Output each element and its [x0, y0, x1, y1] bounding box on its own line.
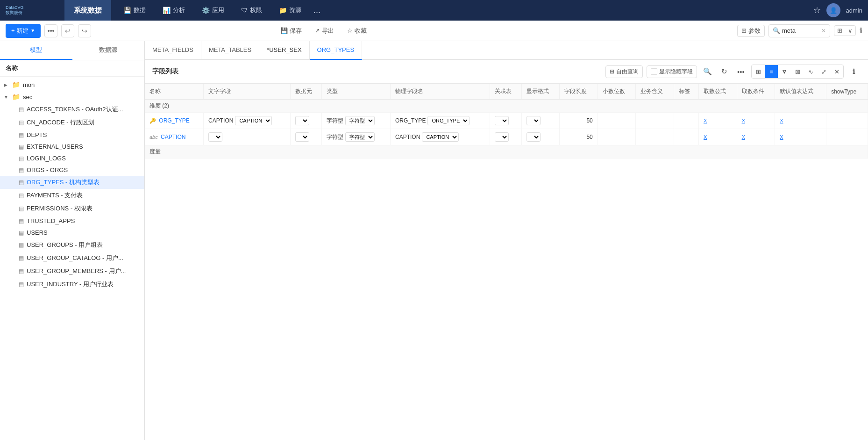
table-icon: ▤: [19, 155, 24, 162]
tab-org-types[interactable]: ORG_TYPES: [310, 41, 362, 60]
tab-meta-tables[interactable]: META_TABLES: [201, 41, 259, 60]
view-list-button[interactable]: ≡: [765, 65, 778, 78]
layout-grid-button[interactable]: ⊞: [834, 26, 845, 36]
tab-model[interactable]: 模型: [0, 41, 72, 60]
col-display-format: 显示格式: [521, 84, 560, 100]
favorite-action[interactable]: ☆ 收藏: [343, 25, 370, 37]
display-format-select[interactable]: [526, 116, 541, 125]
view-chart-button[interactable]: ∿: [804, 65, 817, 78]
info-icon-btn[interactable]: ℹ: [847, 65, 861, 78]
tree-item-sec[interactable]: ▼ 📁 sec: [0, 91, 144, 103]
table-icon: ▤: [19, 167, 24, 173]
view-grid-button[interactable]: ⊞: [752, 65, 765, 78]
nav-permissions[interactable]: 🛡 权限: [233, 0, 270, 21]
text-field-select[interactable]: CAPTION: [235, 116, 272, 125]
favorite-icon[interactable]: ☆: [813, 5, 821, 15]
list-item[interactable]: ▤ USERS: [0, 227, 144, 238]
export-label: 导出: [322, 27, 334, 35]
nav-apps[interactable]: ⚙️ 应用: [193, 0, 233, 21]
condition-link[interactable]: X: [742, 134, 745, 140]
field-name-link[interactable]: CAPTION: [161, 134, 185, 140]
list-item[interactable]: ▤ CN_ADCODE - 行政区划: [0, 116, 144, 129]
tab-meta-fields[interactable]: META_FIELDS: [145, 41, 201, 60]
col-type: 类型: [322, 84, 391, 100]
new-button[interactable]: + 新建 ▼: [6, 24, 41, 38]
list-item-org-types[interactable]: ▤ ORG_TYPES - 机构类型表: [0, 176, 144, 189]
toolbar: + 新建 ▼ ••• ↩ ↪ 💾 保存 ↗ 导出 ☆ 收藏 ⊞ 参数 🔍 ✕ ⊞: [0, 21, 868, 41]
view-close-button[interactable]: ✕: [830, 65, 843, 78]
params-button[interactable]: ⊞ 参数: [737, 25, 765, 37]
data-element-select[interactable]: [295, 132, 309, 142]
nav-resources-label: 资源: [289, 6, 301, 14]
data-element-select[interactable]: [295, 116, 309, 125]
layout-chevron-button[interactable]: ∨: [845, 26, 855, 36]
view-tree-button[interactable]: ⛛: [778, 65, 791, 78]
left-panel-header: 名称: [0, 60, 144, 77]
list-item[interactable]: ▤ USER_INDUSTRY - 用户行业表: [0, 278, 144, 291]
more-icon-btn[interactable]: •••: [734, 65, 747, 78]
show-hidden-button[interactable]: 显示隐藏字段: [647, 65, 697, 78]
nav-more[interactable]: ...: [310, 6, 324, 15]
right-panel: META_FIELDS META_TABLES *USER_SEX ORG_TY…: [145, 41, 868, 440]
tab-datasource[interactable]: 数据源: [72, 41, 145, 60]
list-item[interactable]: ▤ PERMISSIONS - 权限表: [0, 202, 144, 215]
condition-link[interactable]: X: [742, 118, 745, 123]
list-item[interactable]: ▤ EXTERNAL_USERS: [0, 141, 144, 152]
type-select[interactable]: 字符型: [345, 116, 375, 125]
default-link[interactable]: X: [780, 118, 783, 123]
display-format-select[interactable]: [526, 132, 541, 142]
list-item[interactable]: ▤ PAYMENTS - 支付表: [0, 189, 144, 202]
sec-expand-icon: ▼: [4, 94, 9, 100]
text-field-select[interactable]: [208, 132, 222, 142]
show-hidden-checkbox[interactable]: [651, 68, 657, 75]
list-item[interactable]: ▤ DEPTS: [0, 129, 144, 141]
col-text-field: 文字字段: [204, 84, 291, 100]
nav-analysis[interactable]: 📊 分析: [154, 0, 193, 21]
more-options-button[interactable]: •••: [44, 24, 57, 37]
redo-button[interactable]: ↪: [78, 24, 91, 37]
view-card-button[interactable]: ⊠: [791, 65, 804, 78]
type-select[interactable]: 字符型: [345, 132, 375, 142]
related-table-select[interactable]: [495, 116, 509, 125]
free-query-button[interactable]: ⊞ 自由查询: [605, 65, 643, 78]
undo-button[interactable]: ↩: [61, 24, 74, 37]
list-item[interactable]: ▤ USER_GROUPS - 用户组表: [0, 238, 144, 252]
default-link[interactable]: X: [780, 134, 783, 140]
physical-name-value: CAPTION: [395, 134, 420, 140]
list-item[interactable]: ▤ USER_GROUP_MEMBERS - 用户...: [0, 265, 144, 278]
new-dropdown-icon[interactable]: ▼: [30, 28, 35, 33]
field-name-link[interactable]: ORG_TYPE: [159, 117, 189, 124]
view-expand-button[interactable]: ⤢: [817, 65, 830, 78]
info-button[interactable]: ℹ: [860, 26, 862, 35]
item-label: PERMISSIONS - 权限表: [27, 204, 92, 213]
search-clear-icon[interactable]: ✕: [821, 28, 826, 34]
list-item[interactable]: ▤ USER_GROUP_CATALOG - 用户...: [0, 252, 144, 265]
tab-user-sex[interactable]: *USER_SEX: [259, 41, 309, 60]
search-icon-btn[interactable]: 🔍: [701, 65, 714, 78]
nav-resources[interactable]: 📁 资源: [270, 0, 310, 21]
physical-name-select[interactable]: ORG_TYPE: [427, 116, 470, 125]
formula-link[interactable]: X: [704, 134, 707, 140]
list-item[interactable]: ▤ LOGIN_LOGS: [0, 152, 144, 164]
text-field-cell: [204, 129, 291, 145]
system-title[interactable]: 系统数据: [64, 0, 111, 21]
search-input[interactable]: [782, 27, 819, 34]
nav-data[interactable]: 💾 数据: [115, 0, 154, 21]
export-action[interactable]: ↗ 导出: [311, 25, 338, 37]
nav-right: ☆ 👤 admin: [813, 3, 862, 17]
list-item[interactable]: ▤ ACCESS_TOKENS - OAuth2认证...: [0, 103, 144, 116]
related-table-select[interactable]: [495, 132, 509, 142]
formula-link[interactable]: X: [704, 118, 707, 123]
refresh-icon-btn[interactable]: ↻: [718, 65, 731, 78]
save-action[interactable]: 💾 保存: [277, 25, 306, 37]
list-item[interactable]: ▤ TRUSTED_APPS: [0, 215, 144, 227]
physical-name-select[interactable]: CAPTION: [422, 132, 459, 142]
user-avatar[interactable]: 👤: [826, 3, 840, 17]
save-label: 保存: [290, 27, 302, 35]
tree-item-mon[interactable]: ▶ 📁 mon: [0, 79, 144, 91]
toolbar-mid: 💾 保存 ↗ 导出 ☆ 收藏: [277, 25, 370, 37]
left-tabs: 模型 数据源: [0, 41, 144, 60]
main-content: 模型 数据源 名称 ▶ 📁 mon ▼ 📁 sec ▤ ACCESS_TOKEN…: [0, 41, 868, 440]
toolbar-right: ⊞ 参数 🔍 ✕ ⊞ ∨ ℹ: [737, 24, 862, 37]
list-item[interactable]: ▤ ORGS - ORGS: [0, 164, 144, 176]
